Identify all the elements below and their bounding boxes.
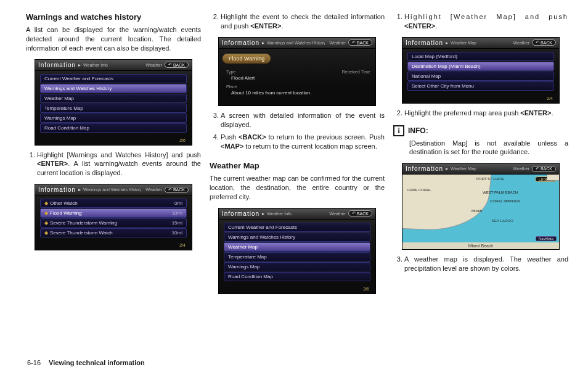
- info-body: [Destination Map] is not available unles…: [409, 139, 568, 157]
- land-shape: [547, 175, 559, 181]
- map-bottom-bar: Miami Beach: [402, 242, 559, 249]
- back-button[interactable]: ↶BACK: [165, 187, 189, 193]
- weather-label: Weather: [513, 41, 529, 45]
- back-button[interactable]: ↶BACK: [165, 62, 189, 68]
- breadcrumb: Warnings and Watches History: [267, 41, 325, 45]
- menu-item[interactable]: Current Weather and Forecasts: [224, 223, 370, 232]
- step-3: A weather map is displayed. The weather …: [404, 255, 568, 273]
- device-footer-count: 2/4: [35, 243, 192, 250]
- menu-item[interactable]: Warnings and Watches History: [224, 233, 370, 242]
- page-number: 6-16: [27, 359, 41, 366]
- device-header: Information ▸ Weather Info Weather ↶BACK: [219, 208, 375, 220]
- detail-body: Type Received Time Flood Alert Place Abo…: [219, 70, 375, 105]
- list-item[interactable]: ◆Severe Thunderstorm Watch10mi: [40, 228, 187, 237]
- step-4: Push <BACK> to return to the previous sc…: [221, 133, 385, 151]
- column-3: Highlight [Weather Map] and push <ENTER>…: [393, 6, 568, 299]
- type-value: Flood Alert: [231, 75, 370, 81]
- step-3: A screen with detailed information of th…: [221, 111, 385, 130]
- device-header: Information ▸ Warnings and Watches Histo…: [219, 38, 375, 49]
- breadcrumb: Weather Map: [451, 41, 476, 45]
- place-label: Place: [226, 84, 370, 89]
- menu-item[interactable]: Temperature Map: [224, 252, 370, 262]
- menu-item[interactable]: Warnings Map: [224, 262, 370, 271]
- warning-icon: ◆: [44, 220, 48, 226]
- list-item[interactable]: ◆Flood Warning10mi: [40, 208, 187, 218]
- map-label: KEY LARGO: [492, 219, 513, 223]
- device-weather-map-menu: Information ▸ Weather Info Weather ↶BACK…: [218, 208, 376, 294]
- map-label: WEST PALM BEACH: [483, 191, 518, 194]
- navmate-label: NavMate: [536, 236, 557, 241]
- back-arrow-icon: ↶: [168, 62, 172, 67]
- menu-item[interactable]: Weather Map: [40, 94, 187, 103]
- chevron-right-icon: ▸: [446, 166, 448, 171]
- device-footer-count: 3/6: [219, 287, 375, 294]
- section-title: Viewing technical information: [49, 359, 145, 366]
- para-warnings-intro: A list can be displayed for the warning/…: [26, 25, 201, 53]
- device-title: Information: [222, 39, 259, 46]
- weather-label: Weather: [330, 41, 346, 45]
- steps-list: Highlight the event to check the detaile…: [210, 12, 385, 35]
- weather-label: Weather: [513, 167, 529, 171]
- device-event-detail: Information ▸ Warnings and Watches Histo…: [218, 37, 376, 106]
- breadcrumb: Weather Info: [83, 63, 108, 67]
- back-button[interactable]: ↶BACK: [348, 39, 372, 46]
- menu-item[interactable]: Warnings Map: [40, 113, 187, 123]
- map-label: PORT ST LUCIE: [476, 177, 504, 181]
- event-pill: Flood Warning: [223, 54, 271, 64]
- device-title: Information: [38, 62, 76, 68]
- detail-labels: Type Received Time: [226, 70, 370, 74]
- menu-item[interactable]: Road Condition Map: [40, 123, 187, 133]
- warning-icon: ◆: [44, 210, 48, 216]
- menu-item[interactable]: Local Map (Medford): [407, 52, 554, 61]
- map-label: CAPE CORAL: [407, 188, 431, 192]
- device-header: Information ▸ Weather Info Weather ↶BACK: [35, 60, 192, 71]
- column-2: Highlight the event to check the detaile…: [210, 6, 385, 299]
- list-item[interactable]: ◆Other Watch0mi: [40, 199, 187, 208]
- menu-item[interactable]: Road Condition Map: [224, 272, 370, 281]
- device-weather-map-display: Information ▸ Weather Map Weather ↶BACK …: [402, 163, 560, 250]
- menu-item[interactable]: Destination Map (Miami Beach): [407, 62, 554, 71]
- menu-item[interactable]: Current Weather and Forecasts: [40, 74, 187, 83]
- steps-list: A screen with detailed information of th…: [210, 111, 385, 155]
- device-title: Information: [406, 165, 443, 172]
- device-title: Information: [406, 39, 443, 46]
- device-header: Information ▸ Weather Map Weather ↶BACK: [402, 38, 559, 49]
- device-weather-info-menu: Information ▸ Weather Info Weather ↶BACK…: [35, 59, 192, 146]
- device-warnings-list: Information ▸ Warnings and Watches Histo…: [35, 184, 192, 250]
- weather-label: Weather: [330, 212, 346, 216]
- menu-item[interactable]: National Map: [407, 72, 554, 81]
- device-map-selection: Information ▸ Weather Map Weather ↶BACK …: [402, 37, 560, 104]
- menu-item[interactable]: Weather Map: [224, 242, 370, 252]
- back-arrow-icon: ↶: [352, 211, 356, 216]
- menu-item[interactable]: Select Other City from Menu: [407, 81, 554, 91]
- menu-body: Current Weather and Forecasts Warnings a…: [35, 71, 192, 138]
- map-area[interactable]: Legend PORT ST LUCIE CAPE CORAL WEST PAL…: [402, 175, 559, 242]
- para-weather-map: The current weather map can be confirmed…: [210, 174, 385, 202]
- menu-body: Current Weather and Forecasts Warnings a…: [219, 220, 375, 287]
- map-label: CORAL SPRINGS: [490, 199, 520, 203]
- heading-warnings-history: Warnings and watches history: [26, 12, 201, 22]
- list-item[interactable]: ◆Severe Thunderstorm Warning15mi: [40, 218, 187, 228]
- step-2: Highlight the event to check the detaile…: [221, 12, 385, 31]
- device-footer-count: 2/6: [35, 138, 192, 145]
- page-columns: Warnings and watches history A list can …: [0, 6, 588, 299]
- back-button[interactable]: ↶BACK: [532, 166, 556, 172]
- warning-icon: ◆: [44, 230, 48, 236]
- steps-list: Highlight the preferred map area push <E…: [393, 109, 568, 122]
- chevron-right-icon: ▸: [78, 187, 81, 192]
- chevron-right-icon: ▸: [262, 211, 264, 216]
- device-title: Information: [222, 210, 259, 217]
- menu-item[interactable]: Warnings and Watches History: [40, 84, 187, 93]
- back-arrow-icon: ↶: [168, 188, 172, 192]
- device-footer-count: 2/4: [402, 96, 559, 103]
- breadcrumb: Weather Info: [267, 212, 292, 216]
- info-icon: i: [393, 125, 404, 136]
- steps-list: Highlight [Warnings and Watches History]…: [26, 150, 201, 182]
- menu-item[interactable]: Temperature Map: [40, 104, 187, 113]
- back-button[interactable]: ↶BACK: [348, 210, 372, 216]
- info-callout: i INFO:: [393, 125, 568, 136]
- back-button[interactable]: ↶BACK: [532, 39, 556, 46]
- back-arrow-icon: ↶: [352, 40, 356, 45]
- steps-list: A weather map is displayed. The weather …: [393, 255, 568, 277]
- breadcrumb: Warnings and Watches History: [83, 188, 141, 192]
